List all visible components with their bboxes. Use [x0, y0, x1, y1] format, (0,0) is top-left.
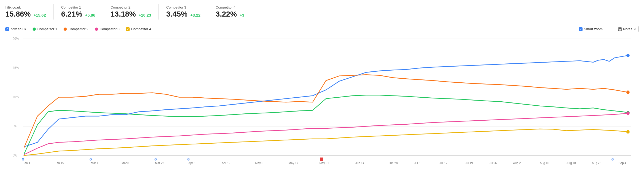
legend-row: hifix.co.uk Competitor 1 Competitor 2 Co… [5, 26, 639, 32]
stat-hifix-value: 15.86% [5, 10, 31, 18]
stat-comp2-value: 13.18% [111, 10, 136, 18]
stat-comp2-site: Competitor 2 [111, 5, 151, 9]
legend-comp2[interactable]: Competitor 2 [64, 27, 88, 31]
legend-comp1-circle [33, 28, 36, 31]
stat-comp3-value: 3.45% [166, 10, 187, 18]
x-sep4: Sep 4 [619, 162, 626, 165]
legend-comp4-checkbox [126, 27, 130, 31]
x-apr5: Apr 5 [188, 162, 195, 165]
x-may17: May 17 [289, 162, 298, 165]
y-label-10: 10% [13, 95, 19, 99]
x-feb1: Feb 1 [23, 162, 30, 165]
y-label-0: 0% [13, 154, 17, 157]
notes-button[interactable]: Notes [616, 26, 639, 32]
stat-comp3-delta: +3.22 [190, 13, 200, 17]
x-jul26: Jul 26 [489, 162, 497, 165]
stat-comp1: Competitor 1 6.21% +5.86 [61, 4, 103, 20]
stat-hifix-delta: +15.62 [33, 13, 46, 17]
x-mar22: Mar 22 [155, 162, 164, 165]
stat-comp4-value: 3.22% [216, 10, 237, 18]
legend-comp1[interactable]: Competitor 1 [33, 27, 57, 31]
stats-row: hifix.co.uk 15.86% +15.62 Competitor 1 6… [5, 4, 639, 23]
chart-area: 20% 15% 10% 5% 0% Feb 1 Feb 15 Mar 1 Mar… [5, 35, 639, 177]
line-hifix [24, 55, 628, 147]
stat-comp2: Competitor 2 13.18% +10.23 [111, 4, 159, 20]
notes-icon [618, 27, 622, 31]
y-label-5: 5% [13, 124, 17, 128]
x-may31: May 31 [319, 162, 329, 165]
red-marker-may31 [320, 158, 323, 161]
endpoint-comp4 [626, 130, 630, 133]
x-mar1: Mar 1 [91, 162, 98, 165]
endpoint-comp2 [626, 90, 630, 94]
x-feb15: Feb 15 [55, 162, 64, 165]
stat-comp1-value: 6.21% [61, 10, 82, 18]
x-jun28: Jun 28 [389, 162, 398, 165]
stat-comp1-delta: +5.86 [85, 13, 95, 17]
x-may3: May 3 [255, 162, 263, 165]
google-marker-2: G [90, 158, 92, 161]
legend-hifix-checkbox [5, 27, 9, 31]
legend-comp3-circle [95, 28, 98, 31]
line-chart: 20% 15% 10% 5% 0% Feb 1 Feb 15 Mar 1 Mar… [5, 35, 639, 177]
google-marker-5: G [611, 158, 614, 161]
legend-comp3[interactable]: Competitor 3 [95, 27, 119, 31]
x-aug2: Aug 2 [513, 162, 521, 165]
x-aug18: Aug 18 [567, 162, 576, 165]
stat-comp4: Competitor 4 3.22% +3 [216, 4, 252, 20]
y-label-20: 20% [13, 37, 19, 40]
x-jul12: Jul 12 [440, 162, 447, 165]
notes-label: Notes [623, 27, 632, 31]
line-comp1 [24, 95, 628, 154]
google-marker-1: G [22, 158, 24, 161]
main-container: hifix.co.uk 15.86% +15.62 Competitor 1 6… [0, 0, 644, 180]
x-jul5: Jul 5 [414, 162, 420, 165]
divider [609, 26, 609, 32]
x-jun14: Jun 14 [355, 162, 364, 165]
x-aug10: Aug 10 [540, 162, 549, 165]
x-apr19: Apr 19 [222, 162, 230, 165]
x-mar8: Mar 8 [122, 162, 129, 165]
legend-comp4[interactable]: Competitor 4 [126, 27, 151, 31]
stat-comp2-delta: +10.23 [139, 13, 151, 17]
line-comp2 [24, 75, 628, 147]
x-jul19: Jul 19 [465, 162, 473, 165]
legend-comp2-circle [64, 28, 67, 31]
stat-comp3: Competitor 3 3.45% +3.22 [166, 4, 208, 20]
smart-zoom-label: Smart zoom [584, 27, 603, 31]
legend-hifix-label: hifix.co.uk [11, 27, 26, 31]
stat-hifix: hifix.co.uk 15.86% +15.62 [5, 4, 54, 20]
endpoint-comp3 [626, 112, 630, 115]
legend-comp1-label: Competitor 1 [37, 27, 57, 31]
google-marker-3: G [154, 158, 157, 161]
stat-hifix-site: hifix.co.uk [5, 5, 46, 9]
line-comp4 [24, 129, 628, 155]
smart-zoom-checkbox [579, 27, 583, 31]
legend-comp3-label: Competitor 3 [100, 27, 119, 31]
legend-hifix[interactable]: hifix.co.uk [5, 27, 26, 31]
stat-comp4-site: Competitor 4 [216, 5, 244, 9]
stat-comp3-site: Competitor 3 [166, 5, 200, 9]
x-aug26: Aug 26 [592, 162, 601, 165]
y-label-15: 15% [13, 66, 19, 70]
endpoint-hifix [626, 54, 630, 57]
chevron-down-icon [634, 28, 636, 30]
google-marker-4: G [187, 158, 190, 161]
legend-comp2-label: Competitor 2 [68, 27, 88, 31]
stat-comp1-site: Competitor 1 [61, 5, 95, 9]
legend-comp4-label: Competitor 4 [131, 27, 151, 31]
smart-zoom-toggle[interactable]: Smart zoom [579, 27, 603, 31]
smart-zoom-area: Smart zoom Notes [579, 26, 639, 32]
stat-comp4-delta: +3 [240, 13, 244, 17]
